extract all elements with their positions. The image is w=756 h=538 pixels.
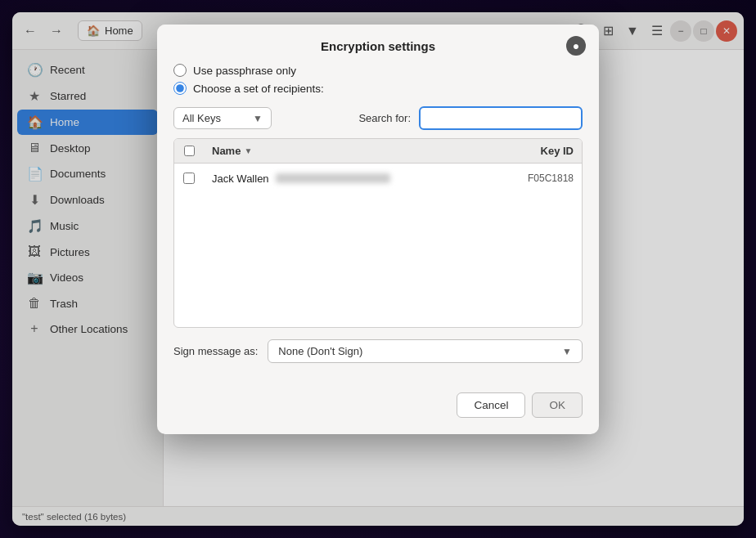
sign-message-label: Sign message as: bbox=[173, 345, 258, 357]
name-column-header[interactable]: Name ▼ bbox=[204, 139, 500, 163]
row-keyid-text: F05C1818 bbox=[528, 173, 574, 184]
dialog-header: Encryption settings ● bbox=[157, 25, 599, 64]
header-checkbox-cell bbox=[174, 141, 204, 161]
table-row: Jack Wallen F05C1818 bbox=[174, 164, 582, 193]
row-checkbox-cell bbox=[174, 173, 204, 184]
sign-select-text: None (Don't Sign) bbox=[278, 345, 562, 357]
radio-recipients-option[interactable]: Choose a set of recipients: bbox=[173, 82, 583, 95]
radio-recipients-input[interactable] bbox=[173, 82, 187, 95]
dialog-title: Encryption settings bbox=[190, 39, 566, 53]
search-input[interactable] bbox=[419, 106, 583, 130]
dialog-body: Use passphrase only Choose a set of reci… bbox=[157, 64, 599, 389]
encryption-settings-dialog: Encryption settings ● Use passphrase onl… bbox=[157, 25, 599, 434]
keys-table-body: Jack Wallen F05C1818 bbox=[174, 164, 582, 327]
search-for-label: Search for: bbox=[358, 112, 411, 124]
keyid-column-header: Key ID bbox=[500, 139, 582, 163]
row-name-text: Jack Wallen bbox=[212, 173, 269, 185]
name-column-label: Name bbox=[212, 145, 241, 157]
dialog-overlay: Encryption settings ● Use passphrase onl… bbox=[0, 0, 756, 538]
header-checkbox[interactable] bbox=[184, 146, 195, 156]
row-keyid-cell: F05C1818 bbox=[500, 168, 582, 189]
keyid-column-label: Key ID bbox=[541, 145, 574, 157]
radio-recipients-label: Choose a set of recipients: bbox=[193, 83, 324, 95]
radio-passphrase-option[interactable]: Use passphrase only bbox=[173, 64, 583, 77]
cancel-button[interactable]: Cancel bbox=[457, 392, 525, 418]
sort-icon: ▼ bbox=[244, 146, 252, 155]
row-checkbox[interactable] bbox=[183, 173, 195, 184]
dialog-close-button[interactable]: ● bbox=[566, 36, 586, 56]
sign-select-dropdown[interactable]: None (Don't Sign) ▼ bbox=[268, 339, 583, 363]
keys-dropdown[interactable]: All Keys ▼ bbox=[173, 107, 272, 129]
radio-passphrase-input[interactable] bbox=[173, 64, 187, 77]
sign-message-row: Sign message as: None (Don't Sign) ▼ bbox=[173, 339, 583, 363]
sign-select-arrow: ▼ bbox=[562, 346, 572, 357]
keys-table: Name ▼ Key ID Jack Wallen bbox=[173, 138, 583, 328]
row-name-cell: Jack Wallen bbox=[204, 168, 500, 190]
radio-passphrase-label: Use passphrase only bbox=[193, 65, 296, 77]
row-email-blurred bbox=[276, 173, 390, 183]
radio-group: Use passphrase only Choose a set of reci… bbox=[173, 64, 583, 95]
dialog-footer: Cancel OK bbox=[157, 389, 599, 434]
ok-button[interactable]: OK bbox=[532, 392, 583, 418]
filter-row: All Keys ▼ Search for: bbox=[173, 106, 583, 130]
keys-table-header: Name ▼ Key ID bbox=[174, 139, 582, 164]
keys-dropdown-arrow: ▼ bbox=[253, 113, 263, 124]
keys-dropdown-text: All Keys bbox=[182, 112, 248, 124]
